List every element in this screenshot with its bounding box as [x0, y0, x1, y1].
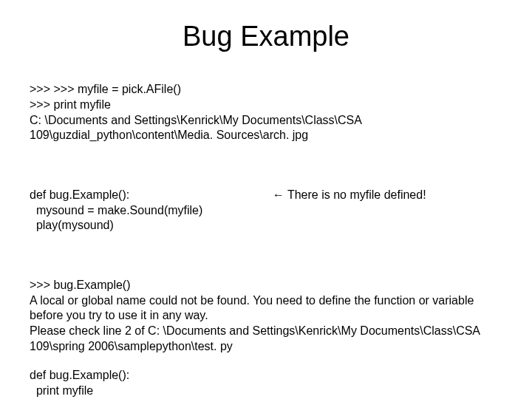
- slide-body: >>> >>> myfile = pick.AFile() >>> print …: [30, 82, 502, 398]
- block-def-bug-2: def bug.Example(): print myfile: [30, 368, 502, 399]
- annotation-no-myfile: ← There is no myfile defined!: [269, 188, 426, 203]
- code-def-bug-1: def bug.Example(): mysound = make.Sound(…: [30, 188, 202, 233]
- block-error-output: >>> bug.Example() A local or global name…: [30, 278, 502, 355]
- block-def-bug-1: def bug.Example(): mysound = make.Sound(…: [30, 157, 502, 265]
- slide-title: Bug Example: [30, 21, 502, 52]
- block-repl-pickfile: >>> >>> myfile = pick.AFile() >>> print …: [30, 82, 502, 143]
- slide: Bug Example >>> >>> myfile = pick.AFile(…: [0, 0, 532, 399]
